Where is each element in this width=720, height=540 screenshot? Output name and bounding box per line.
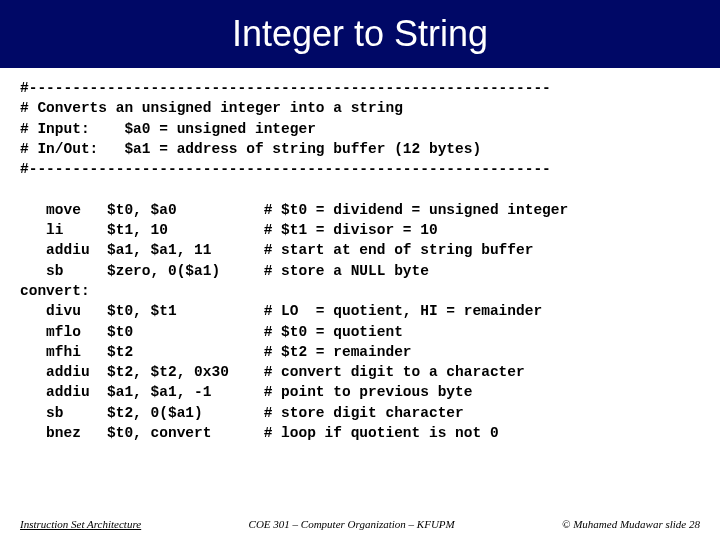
footer-left: Instruction Set Architecture	[20, 518, 141, 530]
slide-footer: Instruction Set Architecture COE 301 – C…	[20, 518, 700, 530]
footer-center: COE 301 – Computer Organization – KFUPM	[141, 518, 562, 530]
footer-right: © Muhamed Mudawar slide 28	[562, 518, 700, 530]
slide-title-bar: Integer to String	[0, 0, 720, 68]
slide-title: Integer to String	[232, 13, 488, 55]
code-block: #---------------------------------------…	[0, 68, 720, 443]
